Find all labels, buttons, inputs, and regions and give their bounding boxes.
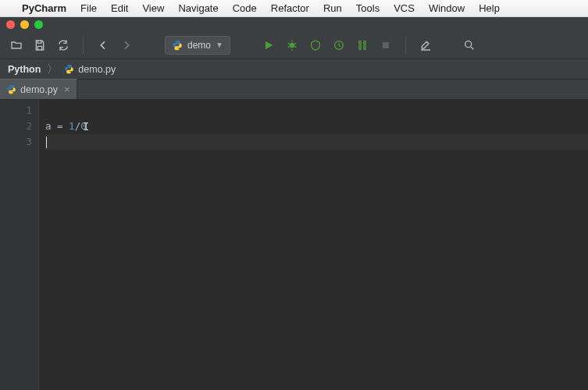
text-caret <box>46 136 47 148</box>
main-toolbar: demo ▼ <box>0 31 588 59</box>
profile-button[interactable] <box>330 36 347 55</box>
sync-button[interactable] <box>55 36 72 55</box>
line-gutter: 1 2 3 <box>0 100 39 390</box>
menu-view[interactable]: View <box>142 2 164 14</box>
save-button[interactable] <box>31 36 48 55</box>
menubar-appname[interactable]: PyCharm <box>22 2 66 14</box>
search-button[interactable] <box>461 36 478 55</box>
menu-edit[interactable]: Edit <box>111 2 128 14</box>
code-area[interactable]: a = 1/0 𝙸 <box>39 100 588 390</box>
open-button[interactable] <box>8 36 25 55</box>
svg-point-3 <box>465 41 472 47</box>
menu-tools[interactable]: Tools <box>356 2 380 14</box>
code-line[interactable]: a = 1/0 <box>45 119 588 134</box>
concurrency-button[interactable] <box>354 36 371 55</box>
menu-navigate[interactable]: Navigate <box>178 2 218 14</box>
menu-help[interactable]: Help <box>479 2 500 14</box>
ide-window: demo ▼ Python 〉 demo.py demo.py × <box>0 17 588 390</box>
mac-menubar: PyCharm File Edit View Navigate Code Ref… <box>0 0 588 17</box>
run-config-label: demo <box>187 40 211 51</box>
menu-code[interactable]: Code <box>233 2 257 14</box>
close-icon[interactable]: × <box>62 83 70 95</box>
svg-rect-2 <box>383 42 389 48</box>
debug-button[interactable] <box>283 36 301 55</box>
svg-point-0 <box>290 42 295 48</box>
python-icon <box>6 84 16 94</box>
run-config-selector[interactable]: demo ▼ <box>165 36 230 55</box>
titlebar <box>0 17 588 31</box>
menu-refactor[interactable]: Refactor <box>271 2 309 14</box>
run-button[interactable] <box>260 36 277 55</box>
settings-button[interactable] <box>417 36 434 55</box>
python-icon <box>64 64 74 74</box>
window-maximize-button[interactable] <box>34 20 43 29</box>
window-close-button[interactable] <box>6 20 15 29</box>
breadcrumb-file[interactable]: demo.py <box>64 64 116 75</box>
line-number: 3 <box>0 134 32 150</box>
nav-back-button[interactable] <box>94 36 112 55</box>
tab-label: demo.py <box>20 84 58 95</box>
breadcrumb-root[interactable]: Python <box>8 64 41 75</box>
chevron-right-icon: 〉 <box>47 62 58 76</box>
coverage-button[interactable] <box>307 36 324 55</box>
stop-button[interactable] <box>377 36 394 55</box>
menu-window[interactable]: Window <box>429 2 465 14</box>
code-line[interactable] <box>45 103 588 119</box>
nav-forward-button[interactable] <box>118 36 135 55</box>
code-line[interactable] <box>45 134 588 150</box>
menu-run[interactable]: Run <box>323 2 342 14</box>
window-minimize-button[interactable] <box>20 20 29 29</box>
code-editor[interactable]: 1 2 3 a = 1/0 𝙸 <box>0 100 588 390</box>
editor-tab[interactable]: demo.py × <box>0 79 77 99</box>
breadcrumb: Python 〉 demo.py <box>0 59 588 80</box>
menu-file[interactable]: File <box>80 2 97 14</box>
chevron-down-icon: ▼ <box>216 41 223 49</box>
menu-vcs[interactable]: VCS <box>394 2 415 14</box>
line-number: 1 <box>0 103 32 119</box>
python-icon <box>172 40 183 51</box>
editor-tabbar: demo.py × <box>0 80 588 100</box>
line-number: 2 <box>0 119 32 134</box>
